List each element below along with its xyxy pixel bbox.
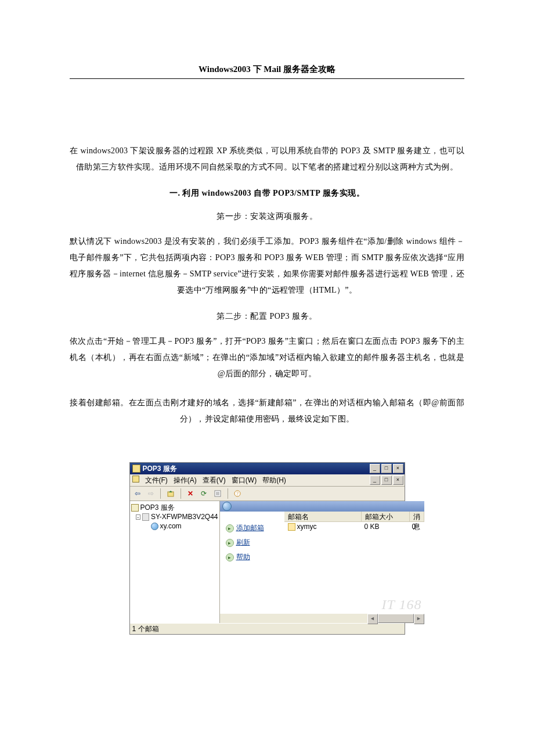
intro-paragraph: 在 windows2003 下架设服务器的过程跟 XP 系统类似，可以用系统自带… <box>70 143 464 175</box>
menu-window[interactable]: 窗口(W) <box>232 476 257 485</box>
toolbar-separator <box>160 488 161 499</box>
step-2-heading: 第二步：配置 POP3 服务。 <box>70 311 464 322</box>
tree-host[interactable]: - SY-XFWPMB3V2Q44 <box>131 512 218 521</box>
service-icon <box>131 504 139 512</box>
refresh-label: 刷新 <box>236 538 250 548</box>
svg-rect-0 <box>168 492 174 496</box>
window-title: POP3 服务 <box>143 464 177 474</box>
paragraph-1: 默认情况下 windows2003 是没有安装的，我们必须手工添加。POP3 服… <box>70 233 464 298</box>
globe-icon <box>151 523 158 530</box>
paragraph-2: 依次点击“开始－管理工具－POP3 服务”，打开“POP3 服务”主窗口；然后在… <box>70 333 464 382</box>
app-icon-small <box>132 476 139 483</box>
task-header <box>220 501 424 512</box>
mailbox-size: 0 KB <box>361 522 409 531</box>
mailbox-msgs: 0 <box>409 522 424 531</box>
status-text: 1 个邮箱 <box>132 624 159 634</box>
toolbar-separator-3 <box>228 488 228 499</box>
step-1-heading: 第一步：安装这两项服务。 <box>70 211 464 222</box>
arrow-icon: ▸ <box>226 553 234 561</box>
tree-domain-label: xy.com <box>160 522 182 530</box>
tree-pane: POP3 服务 - SY-XFWPMB3V2Q44 xy.com <box>130 501 220 623</box>
toolbar-separator-2 <box>181 488 181 499</box>
add-mailbox-link[interactable]: ▸ 添加邮箱 <box>226 523 281 533</box>
menu-file[interactable]: 文件(F) <box>145 476 168 485</box>
menu-bar: 文件(F) 操作(A) 查看(V) 窗口(W) 帮助(H) _ □ × <box>130 474 405 487</box>
paragraph-3: 接着创建邮箱。在左面点击刚才建好的域名，选择“新建邮箱”，在弹出的对话框内输入邮… <box>70 395 464 427</box>
scroll-thumb[interactable] <box>378 614 414 623</box>
forward-button[interactable]: ⇨ <box>146 488 156 499</box>
back-button[interactable]: ⇦ <box>132 488 143 499</box>
toolbar: ⇦ ⇨ ✕ ⟳ ? <box>130 487 405 501</box>
help-toolbar-button[interactable]: ? <box>232 488 243 499</box>
menu-view[interactable]: 查看(V) <box>203 476 226 485</box>
horizontal-scrollbar[interactable]: ◄ ► <box>220 614 424 623</box>
mailbox-list: 邮箱名 邮箱大小 消息 xymyc 0 KB 0 <box>284 512 424 623</box>
refresh-toolbar-button[interactable]: ⟳ <box>199 488 209 499</box>
pop3-window: POP3 服务 _ □ × 文件(F) 操作(A) 查看(V) 窗口(W) 帮助… <box>129 462 405 635</box>
app-icon <box>132 465 140 473</box>
scroll-right-button[interactable]: ► <box>414 614 424 624</box>
arrow-icon: ▸ <box>226 524 234 532</box>
col-header-size[interactable]: 邮箱大小 <box>362 512 410 521</box>
help-link[interactable]: ▸ 帮助 <box>226 552 281 562</box>
mailbox-icon <box>288 523 295 531</box>
minimize-button[interactable]: _ <box>370 464 380 473</box>
content-pane: ▸ 添加邮箱 ▸ 刷新 ▸ 帮助 <box>220 501 424 623</box>
scroll-left-button[interactable]: ◄ <box>367 614 378 624</box>
mdi-minimize-button[interactable]: _ <box>370 476 380 485</box>
collapse-icon[interactable]: - <box>136 514 140 520</box>
add-mailbox-label: 添加邮箱 <box>236 523 264 533</box>
up-button[interactable] <box>165 488 176 499</box>
tree-domain[interactable]: xy.com <box>131 521 218 531</box>
col-header-name[interactable]: 邮箱名 <box>284 512 362 521</box>
window-titlebar: POP3 服务 _ □ × <box>130 463 405 474</box>
server-icon <box>142 513 149 521</box>
mailbox-row[interactable]: xymyc 0 KB 0 <box>284 522 424 531</box>
close-button[interactable]: × <box>393 464 403 473</box>
screenshot-figure: POP3 服务 _ □ × 文件(F) 操作(A) 查看(V) 窗口(W) 帮助… <box>129 462 405 635</box>
mdi-close-button[interactable]: × <box>393 476 403 485</box>
menu-action[interactable]: 操作(A) <box>174 476 197 485</box>
tree-host-label: SY-XFWPMB3V2Q44 <box>151 513 218 521</box>
maximize-button[interactable]: □ <box>381 464 392 473</box>
tree-root[interactable]: POP3 服务 <box>131 503 218 512</box>
mailbox-name: xymyc <box>297 523 317 531</box>
tree-root-label: POP3 服务 <box>140 503 175 513</box>
task-list: ▸ 添加邮箱 ▸ 刷新 ▸ 帮助 <box>220 512 284 623</box>
title-divider <box>70 78 464 79</box>
domain-header-icon <box>222 502 232 511</box>
list-header-row: 邮箱名 邮箱大小 消息 <box>284 512 424 522</box>
refresh-link[interactable]: ▸ 刷新 <box>226 538 281 548</box>
delete-button[interactable]: ✕ <box>185 488 196 499</box>
col-header-msgs[interactable]: 消息 <box>410 512 424 521</box>
svg-text:?: ? <box>236 491 239 496</box>
properties-button[interactable] <box>212 488 223 499</box>
menu-help[interactable]: 帮助(H) <box>262 476 286 485</box>
arrow-icon: ▸ <box>226 539 234 547</box>
help-label: 帮助 <box>236 552 250 562</box>
status-bar: 1 个邮箱 <box>130 623 405 634</box>
document-title: Windows2003 下 Mail 服务器全攻略 <box>70 64 464 78</box>
section-1-heading: 一. 利用 windows2003 自带 POP3/SMTP 服务实现。 <box>70 188 464 199</box>
mdi-restore-button[interactable]: □ <box>381 476 392 485</box>
